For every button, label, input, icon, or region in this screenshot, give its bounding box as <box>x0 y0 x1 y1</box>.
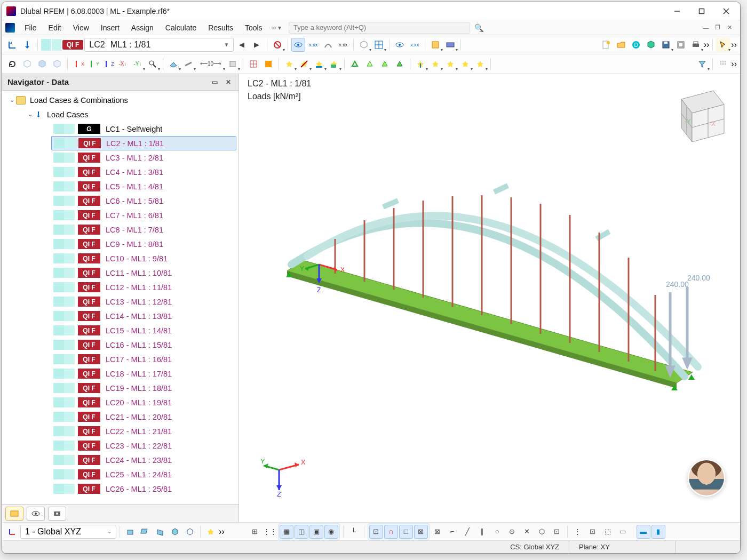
polar-button[interactable]: ▮ <box>651 525 665 539</box>
loadcase-item[interactable]: QI FLC16 - ML1 : 15/81 <box>2 338 239 352</box>
open-model-button[interactable] <box>614 38 628 52</box>
menu-calculate[interactable]: Calculate <box>160 22 202 34</box>
osnap-end[interactable]: □ <box>399 525 413 539</box>
loadcase-item[interactable]: QI FLC7 - ML1 : 6/81 <box>2 208 239 222</box>
snap-4[interactable]: ◉ <box>324 525 338 539</box>
new-line-button[interactable]: ▾ <box>297 57 311 71</box>
load-5-button[interactable]: ▾ <box>473 57 487 71</box>
tree-root-loadcases-combos[interactable]: ⌄ Load Cases & Combinations <box>2 93 239 107</box>
mdi-close-icon[interactable]: ✕ <box>725 23 734 32</box>
osnap-node[interactable]: ⊡ <box>550 525 564 539</box>
loadcase-item[interactable]: QI FLC20 - ML1 : 19/81 <box>2 395 239 410</box>
new-surface-button[interactable]: ▾ <box>327 57 341 71</box>
proj-xy-button[interactable] <box>123 525 137 539</box>
axis-z-button[interactable]: Z <box>101 57 115 71</box>
dimension-button[interactable]: ⟵10⟶▾ <box>196 57 225 71</box>
menu-assign[interactable]: Assign <box>126 22 159 34</box>
proj-iso-button[interactable] <box>183 525 197 539</box>
loadcase-dropdown[interactable]: LC2 ML1 : 1/81 ▼ <box>84 38 234 52</box>
loadcase-item[interactable]: QI FLC12 - ML1 : 11/81 <box>2 280 239 294</box>
loadcase-item[interactable]: QI FLC9 - ML1 : 8/81 <box>2 237 239 251</box>
iso-view-button[interactable]: ▾ <box>357 38 371 52</box>
grid-view-button[interactable]: ▾ <box>372 38 386 52</box>
grid2-button[interactable] <box>716 57 730 71</box>
loadcase-item[interactable]: QI FLC13 - ML1 : 12/81 <box>2 294 239 309</box>
proj-yz-button[interactable] <box>153 525 167 539</box>
loadcase-item[interactable]: QI FLC5 - ML1 : 4/81 <box>2 179 239 194</box>
model-viewport[interactable]: LC2 - ML1 : 1/81 Loads [kN/m²] <box>239 74 740 522</box>
loadcase-item[interactable]: QI FLC18 - ML1 : 17/81 <box>2 366 239 381</box>
print-button[interactable]: ▾ <box>689 38 703 52</box>
menu-insert[interactable]: Insert <box>96 22 125 34</box>
maximize-button[interactable] <box>694 4 709 19</box>
loadcase-item[interactable]: QI FLC22 - ML1 : 21/81 <box>2 424 239 438</box>
loadcase-item[interactable]: QI FLC2 - ML1 : 1/81 <box>51 136 236 150</box>
nav-tab-views[interactable] <box>48 507 66 521</box>
prev-loadcase-button[interactable]: ◀ <box>235 38 249 52</box>
show-deform-button[interactable] <box>291 38 305 52</box>
search-input[interactable] <box>293 23 465 31</box>
tree-group-loadcases[interactable]: ⌄ Load Cases <box>2 107 239 122</box>
loadcase-item[interactable]: QI FLC21 - ML1 : 20/81 <box>2 410 239 424</box>
expand-icon[interactable]: ⌄ <box>26 111 34 118</box>
toolbar1-overflow[interactable]: ›› <box>704 40 710 50</box>
menu-view[interactable]: View <box>68 22 94 34</box>
workplane-button[interactable]: ▾ <box>166 57 180 71</box>
loadcase-item[interactable]: QI FLC14 - ML1 : 13/81 <box>2 309 239 323</box>
new-node-button[interactable]: ▾ <box>282 57 296 71</box>
expand-icon[interactable]: ⌄ <box>7 97 16 103</box>
snap-grid-button[interactable]: ⊞ <box>248 525 262 539</box>
loadcase-item-lc1[interactable]: G LC1 - Selfweight <box>2 122 239 136</box>
ortho-button[interactable]: ▬ <box>637 525 650 539</box>
loadcase-item[interactable]: QI FLC10 - ML1 : 9/81 <box>2 251 239 266</box>
support-4-button[interactable] <box>393 57 407 71</box>
animation-button[interactable]: ▾ <box>443 38 457 52</box>
osnap-perp[interactable]: ⌐ <box>446 525 459 539</box>
toolbar1-overflow-2[interactable]: ›› <box>731 40 737 50</box>
osnap-near[interactable]: ⬡ <box>535 525 549 539</box>
axis-nx-button[interactable]: -X↓ <box>116 57 130 71</box>
guide-3[interactable]: ⬚ <box>601 525 615 539</box>
mdi-restore-icon[interactable]: ❐ <box>713 23 722 32</box>
orientation-cube[interactable]: -Y -X <box>665 84 729 148</box>
loadcase-item[interactable]: QI FLC25 - ML1 : 24/81 <box>2 467 239 482</box>
show-values-3[interactable]: x.xx <box>336 38 350 52</box>
load-3-button[interactable]: ▾ <box>443 57 457 71</box>
menu-results[interactable]: Results <box>203 22 239 34</box>
nav-tab-display[interactable] <box>27 507 45 521</box>
zoom-button[interactable]: ▾ <box>146 57 160 71</box>
snap-2[interactable]: ◫ <box>295 525 308 539</box>
axis-ny-button[interactable]: -Y↓▾ <box>131 57 145 71</box>
proj-xz-button[interactable] <box>138 525 152 539</box>
osnap-grid[interactable]: ⊡ <box>369 525 383 539</box>
proj-3d-button[interactable] <box>168 525 182 539</box>
minimize-button[interactable] <box>670 4 685 19</box>
osnap-mid[interactable]: ⊠ <box>414 525 428 539</box>
snap-dots-button[interactable]: ⋮⋮ <box>263 525 277 539</box>
new-member-button[interactable]: ▾ <box>312 57 326 71</box>
navigator-tree[interactable]: ⌄ Load Cases & Combinations ⌄ Load Cases… <box>2 91 239 504</box>
new-model-button[interactable] <box>599 38 613 52</box>
delete-results-button[interactable]: ▾ <box>271 38 284 52</box>
loadcase-item[interactable]: QI FLC6 - ML1 : 5/81 <box>2 194 239 208</box>
loadcase-item[interactable]: QI FLC24 - ML1 : 23/81 <box>2 453 239 467</box>
section-button[interactable]: ▾ <box>181 57 195 71</box>
color-button[interactable] <box>261 57 275 71</box>
select-button[interactable]: ▾ <box>716 38 730 52</box>
osnap-tan[interactable]: ✕ <box>520 525 534 539</box>
support-2-button[interactable] <box>363 57 377 71</box>
guide-2[interactable]: ⊡ <box>586 525 600 539</box>
refresh-button[interactable] <box>5 57 19 71</box>
nav-tab-data[interactable] <box>5 507 23 521</box>
loadcase-item[interactable]: QI FLC17 - ML1 : 16/81 <box>2 352 239 366</box>
loadcase-item[interactable]: QI FLC23 - ML1 : 22/81 <box>2 438 239 453</box>
lc-tool-2[interactable] <box>20 38 34 52</box>
surf-values-button[interactable]: x.xx <box>408 38 422 52</box>
load-4-button[interactable]: ▾ <box>458 57 472 71</box>
mesh-button[interactable] <box>247 57 260 71</box>
support-3-button[interactable] <box>378 57 392 71</box>
solid-button[interactable] <box>35 57 49 71</box>
loadcase-item[interactable]: QI FLC3 - ML1 : 2/81 <box>2 150 239 165</box>
osnap-cen[interactable]: ⊙ <box>505 525 519 539</box>
menu-overflow-icon[interactable]: ›› ▾ <box>269 24 284 31</box>
